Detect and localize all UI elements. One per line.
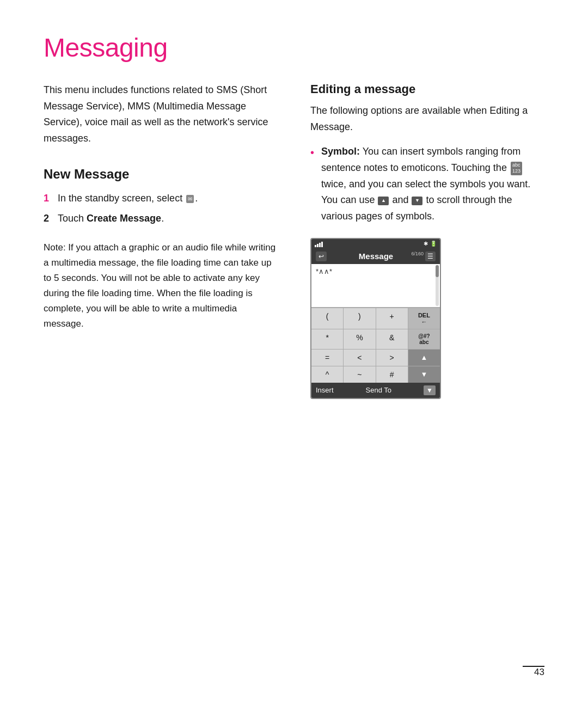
key-down-arrow[interactable]: ▼ xyxy=(408,366,440,383)
phone-status-bar: ✱ 🔋 xyxy=(311,239,440,249)
step-2: 2 Touch Create Message. xyxy=(44,211,278,227)
key-close-paren[interactable]: ) xyxy=(344,308,376,329)
phone-header-title: Message xyxy=(331,252,421,261)
and-text: and xyxy=(392,194,411,205)
signal-bar-2 xyxy=(317,244,318,247)
signal-bars xyxy=(315,241,323,247)
step-1: 1 In the standby screen, select ✉. xyxy=(44,191,278,207)
phone-bottom-bar: Insert Send To ▼ xyxy=(311,383,440,398)
bluetooth-icon: ✱ xyxy=(424,241,428,247)
phone-scrollbar[interactable] xyxy=(436,265,439,306)
up-arrow-btn: ▲ xyxy=(378,197,389,205)
phone-input-text: *∧∧* xyxy=(316,267,332,275)
key-plus[interactable]: + xyxy=(376,308,408,329)
key-del[interactable]: DEL← xyxy=(408,308,440,329)
key-hash[interactable]: # xyxy=(376,366,408,383)
abc-icon: abc123 xyxy=(511,162,522,175)
symbol-label: Symbol: xyxy=(321,146,360,157)
key-open-paren[interactable]: ( xyxy=(311,308,344,329)
create-message-bold: Create Message xyxy=(87,213,161,224)
intro-text: This menu includes functions related to … xyxy=(44,82,278,147)
phone-status-right: ✱ 🔋 xyxy=(424,241,437,247)
phone-back-button[interactable]: ↩ xyxy=(316,252,327,261)
phone-signal xyxy=(315,241,323,247)
signal-bar-3 xyxy=(319,243,321,247)
scrollbar-thumb xyxy=(436,265,439,278)
keypad-row-3: = < > ▲ xyxy=(311,349,440,366)
key-symbol-abc[interactable]: @#?abc xyxy=(408,329,440,349)
key-equals[interactable]: = xyxy=(311,350,344,366)
key-less-than[interactable]: < xyxy=(344,350,376,366)
step-num-2: 2 xyxy=(44,211,53,227)
phone-header: ↩ Message 6/160 ☰ xyxy=(311,249,440,264)
key-ampersand[interactable]: & xyxy=(376,329,408,349)
phone-bottom-arrow[interactable]: ▼ xyxy=(424,385,436,395)
new-message-heading: New Message xyxy=(44,167,278,182)
message-icon: ✉ xyxy=(186,195,194,203)
keypad-row-1: ( ) + DEL← xyxy=(311,308,440,329)
step-text-1: In the standby screen, select ✉. xyxy=(58,191,198,207)
signal-bar-1 xyxy=(315,245,316,247)
phone-screenshot: ✱ 🔋 ↩ Message 6/160 ☰ *∧∧* xyxy=(310,238,441,399)
key-caret[interactable]: ^ xyxy=(311,366,344,383)
key-asterisk[interactable]: * xyxy=(311,329,344,349)
phone-menu-button[interactable]: ☰ xyxy=(425,252,436,261)
page-title: Messaging xyxy=(44,33,544,63)
note-text: Note: If you attach a graphic or an audi… xyxy=(44,240,278,332)
phone-input-area[interactable]: *∧∧* xyxy=(311,264,440,308)
new-message-steps: 1 In the standby screen, select ✉. 2 Tou… xyxy=(44,191,278,227)
keypad-row-4: ^ ~ # ▼ xyxy=(311,366,440,383)
editing-bullet-list: Symbol: You can insert symbols ranging f… xyxy=(310,144,544,224)
battery-icon: 🔋 xyxy=(430,241,437,247)
phone-counter: 6/160 xyxy=(411,251,424,256)
phone-sendto-btn[interactable]: Send To xyxy=(366,386,391,394)
phone-insert-btn[interactable]: Insert xyxy=(316,386,334,394)
key-up-arrow[interactable]: ▲ xyxy=(408,350,440,366)
keypad-row-2: * % & @#?abc xyxy=(311,329,440,349)
down-arrow-btn: ▼ xyxy=(412,197,422,205)
page-number: 43 xyxy=(534,667,544,678)
symbol-bullet: Symbol: You can insert symbols ranging f… xyxy=(310,144,544,224)
editing-heading: Editing a message xyxy=(310,82,544,96)
phone-keypad: ( ) + DEL← * % & @#?abc = < > ▲ xyxy=(311,308,440,383)
key-greater-than[interactable]: > xyxy=(376,350,408,366)
key-tilde[interactable]: ~ xyxy=(344,366,376,383)
step-num-1: 1 xyxy=(44,191,53,207)
signal-bar-4 xyxy=(321,242,323,247)
key-percent[interactable]: % xyxy=(344,329,376,349)
step-text-2: Touch Create Message. xyxy=(58,211,164,227)
editing-intro: The following options are available when… xyxy=(310,103,544,135)
